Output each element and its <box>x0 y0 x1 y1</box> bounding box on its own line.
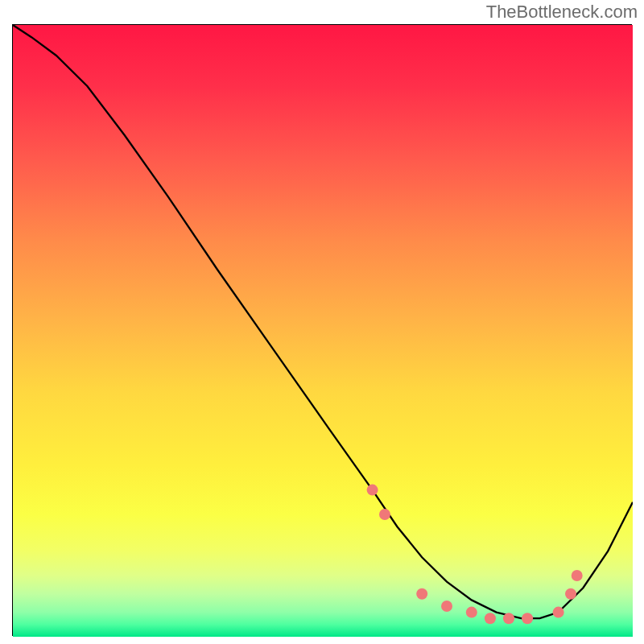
marker-point <box>367 485 378 496</box>
attribution-label: TheBottleneck.com <box>486 2 638 23</box>
marker-point <box>485 613 496 624</box>
marker-point <box>466 607 477 618</box>
marker-point <box>379 509 390 520</box>
marker-point <box>441 601 452 612</box>
marker-point <box>503 613 514 624</box>
chart-svg <box>13 25 633 637</box>
marker-point <box>572 570 583 581</box>
marker-point <box>416 588 427 600</box>
gradient-background <box>13 25 633 637</box>
chart-container: TheBottleneck.com <box>0 0 644 644</box>
plot-area <box>12 24 632 636</box>
marker-point <box>553 607 564 618</box>
marker-point <box>522 613 533 624</box>
marker-point <box>565 588 576 600</box>
